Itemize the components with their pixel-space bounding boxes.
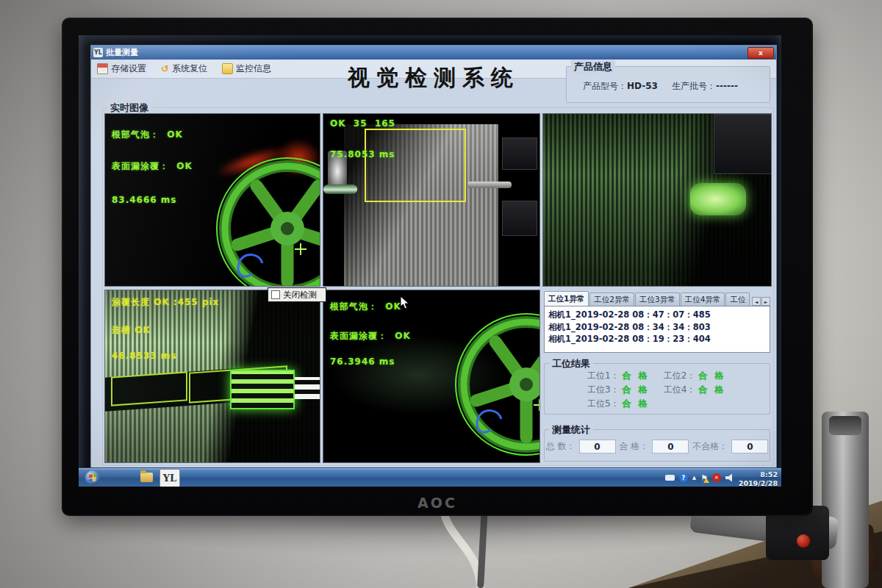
window-titlebar[interactable]: YL 批量测量 x <box>91 46 776 60</box>
measurement-stats-box: 测量统计 总 数： 0 合 格： 0 不合格： 0 <box>544 429 770 462</box>
cam5-line1: 根部气泡： OK <box>330 301 401 313</box>
tab-scroll-left-icon[interactable]: ◄ <box>752 297 761 306</box>
error-status-icon[interactable]: ✕ <box>712 473 721 482</box>
cam4-time: 46.8533 ms <box>112 351 176 361</box>
action-center-icon[interactable]: ⚑ <box>700 473 708 483</box>
checkbox-icon[interactable] <box>271 290 280 299</box>
cam5-line2: 表面漏涂覆： OK <box>330 330 411 343</box>
glow-detection-rect <box>230 370 295 409</box>
tab-scroll-right-icon[interactable]: ► <box>761 297 770 306</box>
batch-number-value: ------ <box>716 81 738 91</box>
pass-value: 0 <box>652 440 689 453</box>
tab-station5-anomaly[interactable]: 工位 <box>725 293 750 306</box>
station3-result: 合 格 <box>622 384 649 395</box>
connector-block-bottom <box>502 201 537 236</box>
product-info-box: 产品信息 产品型号：HD-53 生产批号：------ <box>566 66 770 103</box>
start-button[interactable] <box>85 470 100 485</box>
connector-dark-topright <box>714 114 772 174</box>
cam1-line1: 根部气泡： OK <box>112 129 183 141</box>
cam5-time: 76.3946 ms <box>330 356 395 367</box>
monitor-arm-post <box>822 412 869 588</box>
rotor-wheel-overlay <box>453 311 540 458</box>
camera-view-4: 涂覆长度 OK :455 pix 连槽 OK 46.8533 ms <box>104 290 320 463</box>
camera-view-2: OK 35 165 75.8053 ms <box>323 113 540 287</box>
station2-result: 合 格 <box>698 370 725 381</box>
windows-logo-icon <box>89 473 96 481</box>
station1-label: 工位1： <box>587 370 620 381</box>
station4-result: 合 格 <box>698 384 725 395</box>
pin-shaft <box>295 377 320 399</box>
station4-label: 工位4： <box>664 384 696 395</box>
app-window: YL 批量测量 x 存储设置 ↺ 系统复位 监控信息 <box>90 45 777 470</box>
cam1-line2: 表面漏涂覆： OK <box>112 160 193 173</box>
app-taskbar-button[interactable]: YL <box>159 469 180 487</box>
shaft-right <box>467 182 512 188</box>
rotor-wheel-overlay <box>214 155 320 287</box>
total-label: 总 数： <box>546 440 576 453</box>
arm-red-button <box>797 534 810 548</box>
camera-view-1: 根部气泡： OK 表面漏涂覆： OK 83.4666 ms <box>104 113 320 287</box>
cam2-time: 75.8053 ms <box>330 149 395 159</box>
clock-date: 2019/2/28 <box>739 479 778 487</box>
cam4-line2: 连槽 OK <box>112 324 151 337</box>
camera-view-3 <box>542 113 772 287</box>
monitor-arm-joint <box>829 416 861 435</box>
total-value: 0 <box>579 440 616 453</box>
log-entry: 相机1_2019-02-28 08：19：23：404 <box>548 333 766 345</box>
photo-scene: YL 批量测量 x 存储设置 ↺ 系统复位 监控信息 <box>0 0 882 588</box>
log-entry: 相机1_2019-02-28 08：34：34：803 <box>548 321 766 334</box>
product-model-value: HD-53 <box>627 81 658 91</box>
cam1-time: 83.4666 ms <box>112 195 176 205</box>
fail-value: 0 <box>731 440 768 453</box>
pass-label: 合 格： <box>620 440 649 453</box>
log-entry: 相机1_2019-02-28 08：47：07：485 <box>548 309 766 321</box>
tab-station3-anomaly[interactable]: 工位3异常 <box>635 293 680 306</box>
cam2-status: OK 35 165 <box>330 118 395 129</box>
taskbar-clock[interactable]: 8:52 2019/2/28 <box>739 470 778 487</box>
system-tray: ? ▲ ⚑ ✕ <box>665 468 734 487</box>
product-model-label: 产品型号： <box>583 81 627 91</box>
help-icon[interactable]: ? <box>679 473 688 482</box>
measurement-stats-title: 测量统计 <box>549 423 593 437</box>
tab-station1-anomaly[interactable]: 工位1异常 <box>544 291 589 306</box>
anomaly-log-list[interactable]: 相机1_2019-02-28 08：47：07：485 相机1_2019-02-… <box>544 306 770 353</box>
close-detection-checkbox[interactable]: 关闭检测 <box>268 287 326 302</box>
mouse-cursor <box>400 296 409 309</box>
show-hidden-icons[interactable]: ▲ <box>692 475 696 481</box>
connector-block-top <box>502 137 537 170</box>
station-results-title: 工位结果 <box>549 357 593 370</box>
station3-label: 工位3： <box>587 384 620 395</box>
cam4-line1: 涂覆长度 OK :455 pix <box>112 296 219 309</box>
tab-station2-anomaly[interactable]: 工位2异常 <box>589 293 634 306</box>
product-info-title: 产品信息 <box>571 60 615 74</box>
app-icon: YL <box>93 48 103 57</box>
close-button[interactable]: x <box>747 47 774 59</box>
detection-rect-yellow <box>365 129 466 202</box>
station2-label: 工位2： <box>664 370 696 381</box>
product-info-row: 产品型号：HD-53 生产批号：------ <box>583 80 738 93</box>
monitor-bezel: YL 批量测量 x 存储设置 ↺ 系统复位 监控信息 <box>62 18 813 516</box>
station1-result: 合 格 <box>622 370 649 381</box>
explorer-taskbar-icon[interactable] <box>140 473 153 482</box>
shaft-left <box>323 184 357 194</box>
tab-scroll-buttons: ◄ ► <box>752 297 770 306</box>
monitor-brand-logo: AOC <box>62 495 813 511</box>
fail-label: 不合格： <box>692 440 728 453</box>
anomaly-tabs: 工位1异常 工位2异常 工位3异常 工位4异常 工位 ◄ ► <box>544 292 770 306</box>
volume-icon[interactable] <box>725 474 734 482</box>
tab-station4-anomaly[interactable]: 工位4异常 <box>681 293 725 306</box>
detection-rect-1 <box>111 371 187 406</box>
batch-number-label: 生产批号： <box>672 81 716 91</box>
clock-time: 8:52 <box>739 470 778 479</box>
status-panel: 工位1异常 工位2异常 工位3异常 工位4异常 工位 ◄ ► 相机1_2019-… <box>542 290 772 463</box>
taskbar: YL ? ▲ ⚑ ✕ 8:52 2019/2/28 <box>79 467 781 487</box>
station5-result: 合 格 <box>622 398 649 409</box>
battery-icon[interactable] <box>665 475 675 481</box>
glowing-shaft <box>690 183 746 215</box>
station-results-box: 工位结果 工位1： 合 格 工位2： 合 格 工位3： 合 格 <box>544 363 770 415</box>
camera-view-5: 根部气泡： OK 表面漏涂覆： OK 76.3946 ms <box>323 290 540 463</box>
close-detection-label: 关闭检测 <box>283 290 317 301</box>
window-title: 批量测量 <box>106 47 138 58</box>
station5-label: 工位5： <box>587 398 620 409</box>
screen: YL 批量测量 x 存储设置 ↺ 系统复位 监控信息 <box>79 35 781 487</box>
